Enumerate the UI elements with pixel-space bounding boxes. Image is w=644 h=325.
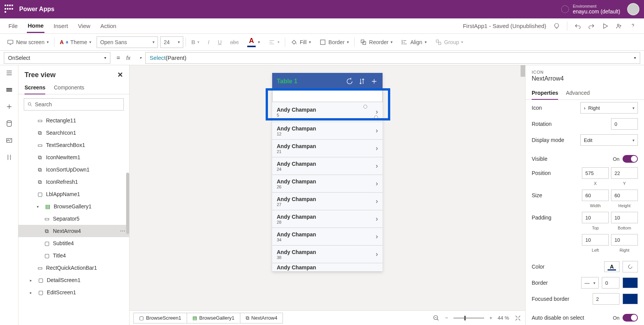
tab-screens[interactable]: Screens bbox=[25, 81, 45, 94]
property-dropdown[interactable]: OnSelect▾ bbox=[4, 52, 110, 64]
tree-node[interactable]: ▢Subtitle4 bbox=[18, 237, 129, 249]
padding-left-input[interactable]: 10 bbox=[582, 234, 609, 246]
fit-icon[interactable] bbox=[514, 315, 521, 322]
display-mode-dropdown[interactable]: Edit▾ bbox=[580, 134, 638, 146]
chevron-right-icon[interactable]: › bbox=[376, 197, 378, 205]
tree-node[interactable]: ▭RectQuickActionBar1 bbox=[18, 262, 129, 274]
tree-node[interactable]: ⧉IconRefresh1 bbox=[18, 176, 129, 188]
width-input[interactable]: 60 bbox=[582, 190, 609, 201]
focused-border-input[interactable]: 2 bbox=[593, 293, 619, 305]
menu-home[interactable]: Home bbox=[27, 19, 44, 33]
breadcrumb-item[interactable]: ▤BrowseGallery1 bbox=[187, 313, 240, 323]
hamburger-icon[interactable] bbox=[5, 69, 13, 77]
menu-view[interactable]: View bbox=[77, 20, 91, 32]
zoom-slider[interactable] bbox=[453, 317, 484, 319]
waffle-icon[interactable] bbox=[5, 5, 14, 14]
gallery-row[interactable]: Andy Champan24› bbox=[272, 157, 383, 175]
tree-node[interactable]: ▢LblAppName1 bbox=[18, 188, 129, 200]
chevron-right-icon[interactable]: › bbox=[376, 127, 378, 135]
more-icon[interactable]: ⋯ bbox=[120, 228, 125, 234]
redo-icon[interactable] bbox=[588, 23, 595, 30]
padding-top-input[interactable]: 10 bbox=[582, 212, 609, 223]
breadcrumb-item[interactable]: ▢BrowseScreen1 bbox=[133, 313, 187, 323]
help-icon[interactable] bbox=[629, 23, 636, 30]
reorder-button[interactable]: Reorder▾ bbox=[357, 37, 396, 47]
tree-node[interactable]: ▭Separator5 bbox=[18, 213, 129, 225]
theme-button[interactable]: Aa Theme▾ bbox=[57, 38, 94, 47]
data-icon[interactable] bbox=[5, 120, 13, 127]
environment-switcher[interactable]: Environment enayu.com (default) bbox=[561, 4, 620, 15]
gallery-row[interactable]: Andy Champan38› bbox=[272, 246, 383, 263]
icon-dropdown[interactable]: › Right▾ bbox=[580, 102, 638, 114]
media-icon[interactable] bbox=[5, 137, 13, 144]
chevron-right-icon[interactable]: › bbox=[376, 250, 378, 258]
position-y-input[interactable]: 22 bbox=[611, 167, 638, 179]
tree-node[interactable]: ▸▢DetailScreen1 bbox=[18, 274, 129, 286]
app-preview[interactable]: Table 1 Andy Champan5 › Andy Champan12› … bbox=[272, 73, 383, 272]
gallery-row[interactable]: Andy Champan34› bbox=[272, 228, 383, 246]
fx-label[interactable]: fx▾ bbox=[126, 55, 141, 61]
new-screen-button[interactable]: New screen▾ bbox=[4, 37, 52, 47]
chevron-right-icon[interactable]: › bbox=[376, 144, 378, 152]
border-style-dropdown[interactable]: —▾ bbox=[581, 277, 599, 289]
gallery-row[interactable]: Andy Champan26› bbox=[272, 175, 383, 193]
autodisable-toggle[interactable] bbox=[623, 314, 638, 322]
preview-search[interactable] bbox=[272, 90, 383, 102]
insert-icon[interactable] bbox=[5, 103, 13, 111]
tree-node[interactable]: ▭TextSearchBox1 bbox=[18, 139, 129, 151]
add-icon[interactable] bbox=[370, 78, 378, 85]
gallery-row[interactable]: Andy Champan bbox=[272, 263, 383, 272]
user-avatar[interactable] bbox=[627, 3, 639, 15]
app-checker-icon[interactable] bbox=[553, 23, 560, 30]
tree-node[interactable]: ⧉IconNewItem1 bbox=[18, 151, 129, 163]
border-color-swatch[interactable] bbox=[623, 277, 638, 288]
scrollbar-thumb[interactable] bbox=[126, 173, 129, 234]
height-input[interactable]: 60 bbox=[611, 190, 638, 201]
gallery-row[interactable]: Andy Champan28› bbox=[272, 210, 383, 228]
tree-node-selected[interactable]: ⧉NextArrow4⋯ bbox=[18, 225, 129, 237]
group-button[interactable]: Group▾ bbox=[432, 37, 467, 47]
rotation-input[interactable]: 0 bbox=[611, 118, 638, 130]
fill-button[interactable]: Fill▾ bbox=[288, 37, 314, 47]
bold-button[interactable]: B▾ bbox=[188, 38, 202, 47]
chevron-right-icon[interactable]: › bbox=[376, 180, 378, 188]
tree-node[interactable]: ▢Title4 bbox=[18, 249, 129, 262]
play-icon[interactable] bbox=[602, 23, 609, 30]
align-text-button[interactable]: ▾ bbox=[265, 37, 283, 47]
padding-bottom-input[interactable]: 10 bbox=[611, 212, 638, 223]
visible-toggle[interactable] bbox=[623, 155, 638, 163]
strike-button[interactable]: abc bbox=[227, 38, 242, 47]
tree-view-icon[interactable] bbox=[5, 86, 13, 94]
focused-border-swatch[interactable] bbox=[623, 294, 638, 304]
font-name-input[interactable]: Open Sans ▾ bbox=[97, 36, 158, 48]
zoom-out-icon[interactable] bbox=[433, 315, 440, 322]
tree-search-input[interactable]: Search bbox=[24, 98, 124, 111]
color-sync-button[interactable] bbox=[623, 261, 638, 272]
zoom-minus[interactable]: − bbox=[445, 315, 448, 321]
menu-file[interactable]: File bbox=[8, 20, 18, 32]
chevron-right-icon[interactable]: › bbox=[376, 162, 378, 170]
border-button[interactable]: Border▾ bbox=[316, 37, 352, 47]
formula-input[interactable]: Select(Parent) ▾ bbox=[145, 52, 640, 64]
tab-properties[interactable]: Properties bbox=[532, 87, 558, 100]
border-width-input[interactable]: 0 bbox=[602, 277, 619, 289]
undo-icon[interactable] bbox=[574, 23, 581, 30]
color-picker[interactable]: A bbox=[604, 261, 619, 272]
underline-button[interactable]: U bbox=[215, 38, 225, 47]
share-icon[interactable] bbox=[616, 23, 623, 30]
close-icon[interactable]: ✕ bbox=[117, 71, 123, 79]
breadcrumb-item[interactable]: ⧉NextArrow4 bbox=[240, 313, 283, 323]
sort-icon[interactable] bbox=[358, 78, 366, 85]
gallery-row[interactable]: Andy Champan5 › bbox=[272, 102, 383, 122]
tree-node[interactable]: ⧉IconSortUpDown1 bbox=[18, 163, 129, 176]
chevron-right-icon[interactable]: › bbox=[376, 233, 378, 241]
chevron-right-icon[interactable]: › bbox=[376, 108, 378, 116]
position-x-input[interactable]: 575 bbox=[582, 167, 609, 179]
tree-node[interactable]: ⧉SearchIcon1 bbox=[18, 127, 129, 139]
tree-node[interactable]: ▭Rectangle11 bbox=[18, 114, 129, 127]
gallery-row[interactable]: Andy Champan27› bbox=[272, 193, 383, 210]
gallery-row[interactable]: Andy Champan21› bbox=[272, 140, 383, 157]
padding-right-input[interactable]: 10 bbox=[611, 234, 638, 246]
gallery-row[interactable]: Andy Champan12› bbox=[272, 122, 383, 140]
menu-action[interactable]: Action bbox=[100, 20, 117, 32]
